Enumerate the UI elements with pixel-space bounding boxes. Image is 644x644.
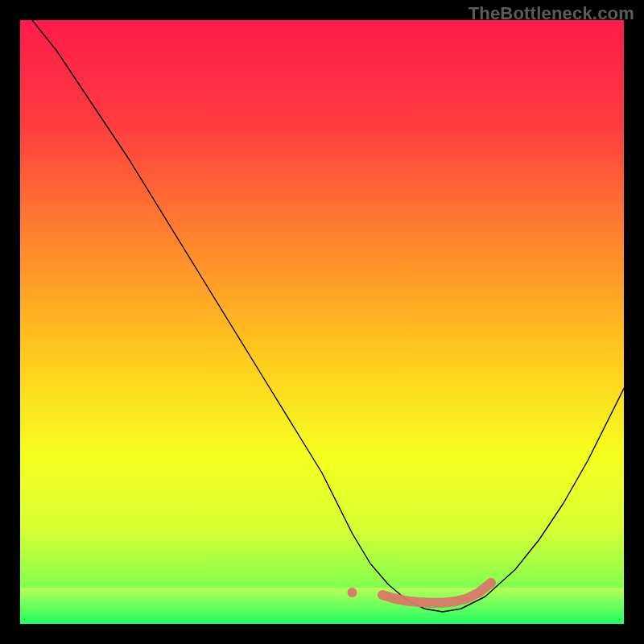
watermark: TheBottleneck.com [469, 3, 634, 24]
plot-area [20, 20, 624, 624]
gradient-background [20, 20, 624, 624]
chart-container: TheBottleneck.com [0, 0, 644, 644]
green-band [20, 588, 624, 624]
highlight-marker [348, 588, 357, 597]
bottleneck-curve-chart [20, 20, 624, 624]
